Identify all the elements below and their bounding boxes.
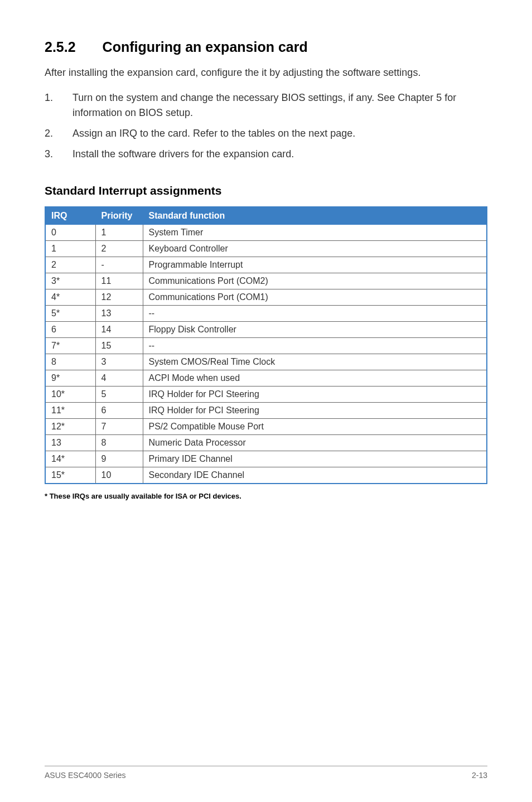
cell-priority: 11: [95, 273, 143, 289]
table-row: 11*6IRQ Holder for PCI Steering: [45, 403, 487, 419]
cell-priority: 1: [95, 225, 143, 241]
cell-priority: 7: [95, 419, 143, 435]
cell-irq: 2: [45, 257, 95, 273]
cell-irq: 5*: [45, 306, 95, 322]
step-number: 2.: [45, 126, 53, 141]
table-row: 10*5IRQ Holder for PCI Steering: [45, 386, 487, 403]
cell-priority: 3: [95, 354, 143, 370]
page-footer: ASUS ESC4000 Series 2-13: [45, 766, 487, 780]
table-row: 12Keyboard Controller: [45, 241, 487, 257]
cell-irq: 0: [45, 225, 95, 241]
cell-function: ACPI Mode when used: [143, 370, 487, 386]
cell-function: Communications Port (COM2): [143, 273, 487, 289]
step-item: 1. Turn on the system and change the nec…: [45, 90, 487, 120]
cell-function: PS/2 Compatible Mouse Port: [143, 419, 487, 435]
cell-function: System Timer: [143, 225, 487, 241]
cell-irq: 13: [45, 435, 95, 451]
irq-table: IRQ Priority Standard function 01System …: [45, 206, 487, 484]
cell-irq: 8: [45, 354, 95, 370]
cell-function: --: [143, 338, 487, 354]
cell-priority: 2: [95, 241, 143, 257]
step-item: 2. Assign an IRQ to the card. Refer to t…: [45, 126, 487, 141]
table-row: 01System Timer: [45, 225, 487, 241]
footer-right: 2-13: [472, 771, 487, 780]
table-row: 2-Programmable Interrupt: [45, 257, 487, 273]
table-row: 5*13--: [45, 306, 487, 322]
cell-priority: 4: [95, 370, 143, 386]
section-number: 2.5.2: [45, 39, 76, 55]
cell-irq: 6: [45, 322, 95, 338]
cell-function: Keyboard Controller: [143, 241, 487, 257]
section-title: Configuring an expansion card: [103, 39, 308, 55]
step-number: 3.: [45, 147, 53, 162]
footer-left: ASUS ESC4000 Series: [45, 771, 126, 780]
cell-priority: 14: [95, 322, 143, 338]
table-row: 138Numeric Data Processor: [45, 435, 487, 451]
step-item: 3. Install the software drivers for the …: [45, 147, 487, 162]
cell-irq: 14*: [45, 451, 95, 467]
cell-irq: 15*: [45, 467, 95, 484]
cell-priority: 10: [95, 467, 143, 484]
step-text: Assign an IRQ to the card. Refer to the …: [72, 128, 355, 139]
cell-function: IRQ Holder for PCI Steering: [143, 403, 487, 419]
table-row: 3*11Communications Port (COM2): [45, 273, 487, 289]
cell-priority: 6: [95, 403, 143, 419]
cell-function: Communications Port (COM1): [143, 289, 487, 306]
table-heading: Standard Interrupt assignments: [45, 184, 487, 197]
step-text: Turn on the system and change the necess…: [72, 92, 456, 118]
table-row: 4*12Communications Port (COM1): [45, 289, 487, 306]
cell-irq: 11*: [45, 403, 95, 419]
step-number: 1.: [45, 90, 53, 105]
cell-priority: 12: [95, 289, 143, 306]
cell-irq: 7*: [45, 338, 95, 354]
cell-function: IRQ Holder for PCI Steering: [143, 386, 487, 403]
cell-priority: 15: [95, 338, 143, 354]
table-row: 14*9Primary IDE Channel: [45, 451, 487, 467]
cell-priority: 5: [95, 386, 143, 403]
step-text: Install the software drivers for the exp…: [72, 148, 294, 160]
cell-priority: 8: [95, 435, 143, 451]
cell-function: Programmable Interrupt: [143, 257, 487, 273]
table-row: 9*4ACPI Mode when used: [45, 370, 487, 386]
cell-function: Primary IDE Channel: [143, 451, 487, 467]
section-heading: 2.5.2Configuring an expansion card: [45, 39, 487, 55]
table-row: 15*10Secondary IDE Channel: [45, 467, 487, 484]
header-irq: IRQ: [45, 207, 95, 225]
cell-priority: 13: [95, 306, 143, 322]
cell-irq: 9*: [45, 370, 95, 386]
cell-irq: 4*: [45, 289, 95, 306]
cell-irq: 12*: [45, 419, 95, 435]
cell-function: Numeric Data Processor: [143, 435, 487, 451]
footnote: * These IRQs are usually available for I…: [45, 492, 487, 500]
cell-priority: -: [95, 257, 143, 273]
intro-paragraph: After installing the expansion card, con…: [45, 65, 487, 80]
table-row: 12*7PS/2 Compatible Mouse Port: [45, 419, 487, 435]
table-row: 7*15--: [45, 338, 487, 354]
table-row: 614Floppy Disk Controller: [45, 322, 487, 338]
cell-function: Floppy Disk Controller: [143, 322, 487, 338]
cell-priority: 9: [95, 451, 143, 467]
header-priority: Priority: [95, 207, 143, 225]
cell-function: Secondary IDE Channel: [143, 467, 487, 484]
cell-irq: 10*: [45, 386, 95, 403]
table-row: 83System CMOS/Real Time Clock: [45, 354, 487, 370]
header-function: Standard function: [143, 207, 487, 225]
cell-irq: 1: [45, 241, 95, 257]
table-header-row: IRQ Priority Standard function: [45, 207, 487, 225]
cell-function: --: [143, 306, 487, 322]
cell-irq: 3*: [45, 273, 95, 289]
cell-function: System CMOS/Real Time Clock: [143, 354, 487, 370]
steps-list: 1. Turn on the system and change the nec…: [45, 90, 487, 162]
